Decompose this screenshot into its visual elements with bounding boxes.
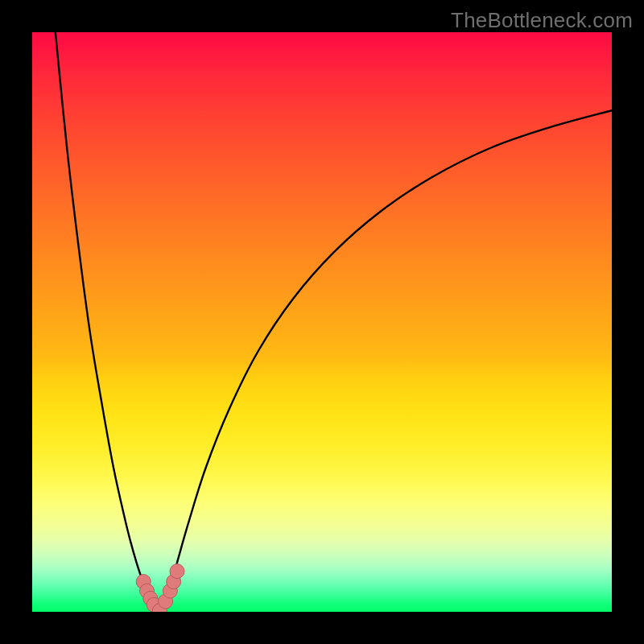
highlight-dots-group — [136, 564, 184, 612]
bottleneck-curve-svg — [32, 32, 612, 612]
chart-frame: TheBottleneck.com — [0, 0, 644, 644]
curve-left-branch — [56, 32, 160, 612]
curve-group — [56, 32, 612, 612]
curve-right-branch — [159, 110, 612, 612]
plot-area — [32, 32, 612, 612]
highlight-dot — [170, 564, 184, 579]
watermark-text: TheBottleneck.com — [451, 8, 633, 33]
